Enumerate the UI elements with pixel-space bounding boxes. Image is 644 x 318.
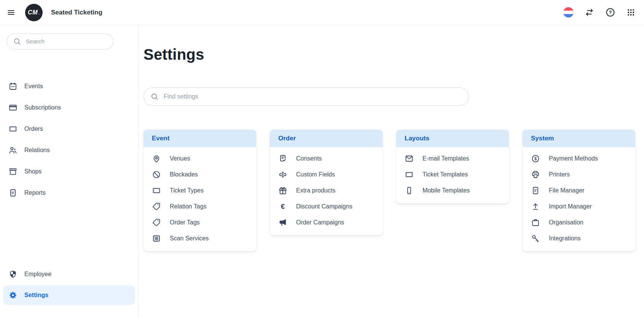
card-title: Event <box>152 135 169 142</box>
gear-icon <box>8 291 18 300</box>
settings-link-relation-tags[interactable]: Relation Tags <box>148 199 252 215</box>
dollar-circle-icon: $ <box>531 154 540 163</box>
settings-link-printers[interactable]: Printers <box>527 167 631 183</box>
switch-app-button[interactable] <box>584 7 595 17</box>
language-button[interactable] <box>563 7 574 17</box>
settings-link-label: Venues <box>170 154 190 163</box>
main-content: Settings Event Venues Blockades Ticket T… <box>139 25 644 318</box>
ban-icon <box>152 170 161 179</box>
users-icon <box>8 146 18 155</box>
card-event: Event Venues Blockades Ticket Types Rela… <box>143 130 256 251</box>
settings-link-label: Consents <box>296 154 322 163</box>
sidebar-item-settings[interactable]: Settings <box>3 285 135 305</box>
settings-link-label: File Manager <box>549 186 584 195</box>
settings-link-ticket-templates[interactable]: Ticket Templates <box>401 167 504 183</box>
card-title: Order <box>278 135 296 142</box>
search-icon <box>150 92 159 101</box>
settings-link-label: Organisation <box>549 218 583 227</box>
sidebar-item-label: Reports <box>24 189 46 196</box>
settings-link-consents[interactable]: Consents <box>274 151 378 167</box>
settings-link-e-mail-templates[interactable]: E-mail Templates <box>401 151 504 167</box>
ticket-icon <box>405 170 414 179</box>
settings-link-label: Integrations <box>549 234 581 243</box>
swap-arrows-icon <box>584 7 595 17</box>
settings-link-extra-products[interactable]: Extra products <box>274 183 378 199</box>
menu-icon <box>6 8 16 17</box>
report-icon <box>8 188 18 197</box>
topbar-actions: ? <box>563 7 638 17</box>
shield-icon <box>8 270 18 279</box>
help-button[interactable]: ? <box>605 7 615 17</box>
svg-text:?: ? <box>609 10 612 15</box>
map-pin-icon <box>152 154 161 163</box>
settings-link-venues[interactable]: Venues <box>148 151 252 167</box>
sidebar-item-relations[interactable]: Relations <box>3 142 135 158</box>
settings-link-label: Import Manager <box>549 202 592 211</box>
sidebar-item-label: Shops <box>24 168 41 175</box>
cursor-text-icon <box>278 170 287 179</box>
settings-link-integrations[interactable]: Integrations <box>527 231 631 246</box>
settings-link-order-tags[interactable]: Order Tags <box>148 215 252 231</box>
ticket-icon <box>8 124 18 134</box>
sidebar-item-label: Employee <box>24 271 51 278</box>
upload-icon <box>531 202 540 211</box>
settings-link-label: E-mail Templates <box>422 154 469 163</box>
settings-link-ticket-types[interactable]: Ticket Types <box>148 183 252 199</box>
card-items: Venues Blockades Ticket Types Relation T… <box>143 147 256 251</box>
sidebar-item-reports[interactable]: Reports <box>3 185 135 201</box>
gift-icon <box>278 186 287 195</box>
settings-link-label: Order Tags <box>170 218 200 227</box>
smartphone-icon <box>405 186 414 195</box>
file-icon <box>531 186 540 195</box>
flag-nl-icon <box>563 7 574 17</box>
credit-card-icon <box>8 103 18 112</box>
apps-grid-icon <box>626 8 636 17</box>
settings-link-mobile-templates[interactable]: Mobile Templates <box>401 183 504 199</box>
sidebar-item-orders[interactable]: Orders <box>3 121 135 137</box>
help-circle-icon: ? <box>605 7 615 17</box>
sidebar-item-employee[interactable]: Employee <box>3 266 135 282</box>
sidebar-item-events[interactable]: Events <box>3 78 135 94</box>
settings-link-label: Payment Methods <box>549 154 598 163</box>
settings-link-label: Ticket Templates <box>422 170 468 179</box>
settings-link-file-manager[interactable]: File Manager <box>527 183 631 199</box>
printer-icon <box>531 170 540 179</box>
menu-button[interactable] <box>5 6 18 19</box>
tag-icon <box>152 202 161 211</box>
sidebar-item-shops[interactable]: Shops <box>3 164 135 180</box>
ticket-icon <box>152 186 161 195</box>
note-check-icon <box>278 154 287 163</box>
settings-link-scan-services[interactable]: Scan Services <box>148 231 252 246</box>
sidebar-item-label: Relations <box>24 147 50 154</box>
svg-text:$: $ <box>534 156 537 161</box>
sidebar-item-label: Orders <box>24 126 43 132</box>
store-icon <box>8 167 18 176</box>
settings-link-discount-campaigns[interactable]: € Discount Campaigns <box>274 199 378 215</box>
sidebar-item-subscriptions[interactable]: Subscriptions <box>3 100 135 116</box>
sidebar-item-label: Events <box>24 83 43 90</box>
cm-logo: CM. <box>25 4 43 21</box>
find-settings-search[interactable] <box>143 87 469 106</box>
briefcase-icon <box>531 218 540 227</box>
settings-link-label: Printers <box>549 170 570 179</box>
settings-link-order-campaigns[interactable]: Order Campaigns <box>274 215 378 231</box>
find-settings-input[interactable] <box>163 93 462 100</box>
settings-link-organisation[interactable]: Organisation <box>527 215 631 231</box>
sidebar-item-label: Settings <box>24 292 48 299</box>
settings-link-label: Discount Campaigns <box>296 202 352 211</box>
settings-link-label: Extra products <box>296 186 335 195</box>
settings-link-payment-methods[interactable]: $ Payment Methods <box>527 151 631 167</box>
card-title: System <box>531 135 554 142</box>
settings-link-label: Blockades <box>170 170 198 179</box>
apps-button[interactable] <box>626 8 636 17</box>
settings-link-custom-fields[interactable]: Custom Fields <box>274 167 378 183</box>
settings-link-label: Mobile Templates <box>422 186 470 195</box>
card-items: E-mail Templates Ticket Templates Mobile… <box>396 147 509 204</box>
settings-link-label: Relation Tags <box>170 202 207 211</box>
search-input[interactable] <box>25 38 107 45</box>
sidebar-item-label: Subscriptions <box>24 104 61 111</box>
settings-link-import-manager[interactable]: Import Manager <box>527 199 631 215</box>
page-title: Settings <box>143 45 639 64</box>
sidebar-search[interactable] <box>7 33 113 49</box>
settings-link-blockades[interactable]: Blockades <box>148 167 252 183</box>
